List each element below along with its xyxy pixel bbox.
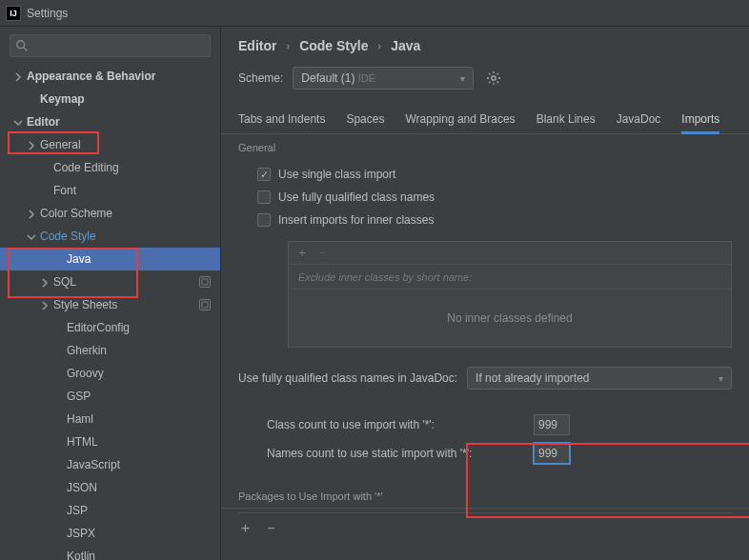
chevron-icon (27, 140, 36, 150)
tree-item-label: JSP (67, 504, 220, 517)
tree-item[interactable]: Code Editing (0, 156, 220, 179)
javadoc-select[interactable]: If not already imported (467, 367, 732, 390)
tree-item-label: GSP (67, 390, 220, 403)
chevron-right-icon: › (377, 40, 381, 51)
tree-item-label: Appearance & Behavior (27, 70, 220, 83)
tree-item-label: Groovy (67, 367, 220, 380)
tab-javadoc[interactable]: JavaDoc (617, 109, 661, 133)
svg-rect-3 (202, 302, 208, 308)
count-block: Class count to use import with '*': Name… (255, 403, 732, 475)
tab-wrapping-and-braces[interactable]: Wrapping and Braces (405, 109, 515, 133)
breadcrumb: Editor › Code Style › Java (221, 27, 749, 63)
tree-item[interactable]: Haml (0, 408, 220, 430)
checkbox-row[interactable]: Use single class import (257, 163, 749, 186)
tab-blank-lines[interactable]: Blank Lines (536, 109, 596, 133)
checkbox[interactable] (257, 190, 271, 204)
svg-point-4 (492, 76, 496, 80)
tree-item[interactable]: Kotlin (0, 545, 220, 560)
tree-item[interactable]: Keymap (0, 88, 220, 110)
remove-icon[interactable]: － (264, 519, 278, 537)
tree-item[interactable]: Editor (0, 110, 220, 133)
add-icon[interactable]: ＋ (296, 245, 308, 261)
chevron-right-icon: › (286, 40, 290, 51)
tree-item-label: Keymap (40, 92, 220, 106)
scheme-row: Scheme: Default (1) IDE (221, 63, 749, 101)
javadoc-row: Use fully qualified class names in JavaD… (221, 359, 749, 397)
tree-item-label: Code Style (40, 230, 220, 243)
class-count-input[interactable] (534, 414, 570, 435)
names-count-input[interactable] (534, 443, 570, 464)
tree-item[interactable]: Color Scheme (0, 202, 220, 225)
breadcrumb-item: Code Style (299, 38, 368, 53)
section-title-packages: Packages to Use Import with '*' (221, 483, 749, 509)
tree-item[interactable]: General (0, 133, 220, 156)
tree-item[interactable]: JSON (0, 476, 220, 499)
tree-item[interactable]: JSPX (0, 522, 220, 545)
tree-item-label: Kotlin (67, 550, 220, 560)
tree-item-label: Font (53, 184, 220, 197)
settings-search-input[interactable] (10, 34, 211, 57)
titlebar: IJ Settings (0, 0, 749, 27)
tab-tabs-and-indents[interactable]: Tabs and Indents (238, 109, 325, 133)
names-count-label: Names count to use static import with '*… (267, 447, 526, 460)
remove-icon[interactable]: － (317, 245, 329, 261)
exclude-panel: ＋ － Exclude inner classes by short name:… (288, 241, 732, 348)
tree-item[interactable]: Style Sheets (0, 293, 220, 316)
breadcrumb-item: Java (391, 38, 420, 53)
scheme-tag: IDE (358, 72, 375, 84)
javadoc-label: Use fully qualified class names in JavaD… (238, 371, 457, 385)
app-logo-icon: IJ (6, 6, 21, 21)
tree-item[interactable]: EditorConfig (0, 316, 220, 339)
checkbox-row[interactable]: Insert imports for inner classes (257, 209, 749, 231)
scheme-select[interactable]: Default (1) IDE (293, 67, 474, 90)
chevron-icon (27, 231, 36, 241)
tree-item[interactable]: Gherkin (0, 339, 220, 362)
tree-item-label: Editor (27, 115, 220, 129)
tree-item[interactable]: Groovy (0, 362, 220, 385)
tree-item-label: JSPX (67, 527, 220, 540)
tree-item-label: Gherkin (67, 344, 220, 357)
exclude-toolbar: ＋ － (289, 242, 731, 265)
checkbox[interactable] (257, 213, 271, 227)
chevron-icon (13, 117, 23, 127)
tree-item-label: Code Editing (53, 161, 220, 174)
tree-item-label: JavaScript (67, 458, 220, 471)
tree-item-label: General (40, 138, 220, 151)
chevron-icon (13, 71, 23, 81)
class-count-label: Class count to use import with '*': (267, 418, 526, 431)
scheme-value: Default (1) (301, 71, 354, 85)
tree-item[interactable]: HTML (0, 430, 220, 453)
checkbox-label: Use single class import (278, 168, 395, 181)
window-title: Settings (27, 7, 68, 20)
tree-item[interactable]: JSP (0, 499, 220, 522)
tree-item[interactable]: Java (0, 248, 220, 270)
tree-item[interactable]: Code Style (0, 225, 220, 248)
tree-item[interactable]: Font (0, 179, 220, 202)
chevron-icon (40, 277, 50, 287)
tab-imports[interactable]: Imports (681, 109, 719, 133)
tree-item[interactable]: GSP (0, 385, 220, 408)
add-icon[interactable]: ＋ (238, 519, 253, 537)
tabs: Tabs and IndentsSpacesWrapping and Brace… (221, 101, 749, 134)
tree-item[interactable]: JavaScript (0, 453, 220, 476)
checkbox-label: Use fully qualified class names (278, 190, 435, 204)
checkbox[interactable] (257, 168, 271, 181)
section-title-general: General (221, 134, 749, 157)
tree-item-label: EditorConfig (67, 321, 220, 334)
exclude-empty-text: No inner classes defined (289, 290, 731, 347)
settings-tree: Appearance & BehaviorKeymapEditorGeneral… (0, 63, 220, 560)
tree-item-label: Color Scheme (40, 207, 220, 220)
tab-spaces[interactable]: Spaces (346, 109, 384, 133)
scheme-label: Scheme: (238, 71, 283, 85)
exclude-placeholder: Exclude inner classes by short name: (289, 265, 731, 290)
checkbox-row[interactable]: Use fully qualified class names (257, 186, 749, 209)
chevron-down-icon (460, 71, 465, 85)
gear-button[interactable] (483, 68, 504, 89)
tree-item-label: JSON (67, 481, 220, 494)
chevron-down-icon (719, 371, 723, 385)
tree-item[interactable]: Appearance & Behavior (0, 65, 220, 88)
tree-item[interactable]: SQL (0, 270, 220, 293)
checkbox-group: Use single class importUse fully qualifi… (221, 157, 749, 237)
tree-item-label: Haml (67, 412, 220, 426)
tree-item-label: Style Sheets (53, 298, 199, 311)
